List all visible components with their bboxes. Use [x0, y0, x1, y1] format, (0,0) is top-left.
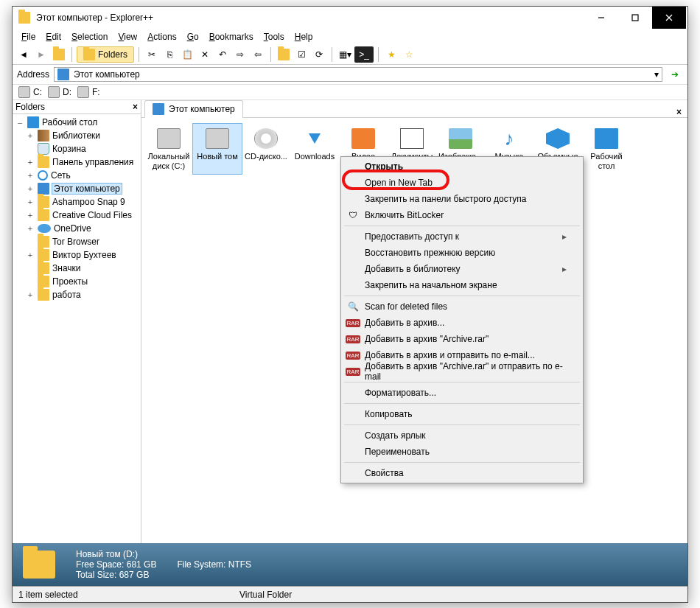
views-button[interactable]: ▦▾ [337, 46, 353, 63]
window-title: Этот компьютер - Explorer++ [36, 13, 584, 23]
folders-toggle[interactable]: Folders [77, 46, 134, 63]
context-menu-item[interactable]: Свойства [343, 465, 581, 481]
address-input[interactable]: Этот компьютер ▾ [54, 67, 662, 82]
context-menu-item[interactable]: Восстановить прежнюю версию [343, 245, 581, 261]
address-label: Address [17, 69, 49, 80]
folder-icon [23, 551, 55, 579]
status-type: Virtual Folder [239, 590, 461, 600]
new-folder-button[interactable] [276, 46, 292, 63]
context-menu-item[interactable]: Добавить в библиотеку▸ [343, 261, 581, 277]
detail-total: Total Size: 687 GB [76, 570, 156, 580]
menu-edit[interactable]: Edit [41, 30, 66, 43]
tree-item[interactable]: +Виктор Бухтеев [13, 248, 141, 262]
copy-button[interactable]: ⎘ [161, 46, 178, 63]
tree-item[interactable]: +Панель управления [13, 156, 141, 169]
tree-item[interactable]: +Этот компьютер [13, 182, 141, 195]
drive-D[interactable]: D: [48, 86, 71, 98]
menu-view[interactable]: View [113, 30, 141, 43]
bookmark-add-button[interactable]: ☆ [401, 46, 417, 63]
context-menu-item[interactable]: Открыть [343, 158, 581, 175]
tab-this-pc[interactable]: Этот компьютер [144, 100, 243, 118]
svg-rect-1 [632, 15, 638, 21]
context-menu-item[interactable]: Копировать [343, 406, 581, 422]
app-icon [18, 12, 30, 24]
tree-item[interactable]: –Рабочий стол [13, 116, 141, 129]
tree-item[interactable]: Tor Browser [13, 235, 141, 248]
undo-button[interactable]: ↶ [214, 46, 231, 63]
context-menu-item[interactable]: Предоставить доступ к▸ [343, 228, 581, 245]
tree-item[interactable]: +OneDrive [13, 222, 141, 235]
dropdown-icon[interactable]: ▾ [654, 69, 659, 80]
tree-item[interactable]: Проекты [13, 275, 141, 288]
menu-tools[interactable]: Tools [259, 30, 289, 43]
context-menu-item[interactable]: RARДобавить в архив "Archive.rar" и отпр… [343, 363, 581, 380]
details-text: Новый том (D:) Free Space: 681 GB Total … [76, 549, 156, 580]
tree-item[interactable]: +Ashampoo Snap 9 [13, 195, 141, 209]
app-window: Этот компьютер - Explorer++ FileEditSele… [12, 6, 688, 603]
tab-bar: Этот компьютер × [141, 100, 687, 118]
context-menu-item[interactable]: RARДобавить в архив... [343, 315, 581, 331]
file-item[interactable]: CD-диско... [242, 124, 290, 174]
terminal-button[interactable]: >_ [354, 46, 374, 63]
folders-label: Folders [98, 49, 127, 60]
minimize-button[interactable] [584, 7, 618, 29]
address-bar: Address Этот компьютер ▾ ➔ [13, 65, 687, 85]
tree-item[interactable]: +работа [13, 288, 141, 301]
up-button[interactable] [51, 46, 67, 63]
context-menu-item[interactable]: Переименовать [343, 444, 581, 460]
context-menu-item[interactable]: 🔍Scan for deleted files [343, 298, 581, 315]
close-button[interactable] [652, 7, 686, 29]
context-menu-item[interactable]: Форматировать... [343, 385, 581, 401]
drive-F[interactable]: F: [77, 86, 100, 98]
forward-button[interactable]: ► [33, 46, 49, 63]
context-menu-item[interactable]: Создать ярлык [343, 427, 581, 444]
context-menu-item[interactable]: Закрепить на начальном экране [343, 277, 581, 293]
delete-button[interactable]: ✕ [197, 46, 213, 63]
tree-item[interactable]: +Сеть [13, 169, 141, 182]
context-menu-item[interactable]: 🛡Включить BitLocker [343, 207, 581, 223]
file-item[interactable]: Downloads [290, 124, 339, 174]
sidebar-close-button[interactable]: × [133, 102, 138, 112]
detail-name: Новый том (D:) [76, 549, 156, 559]
status-bar: 1 item selected Virtual Folder [13, 586, 687, 602]
menu-file[interactable]: File [17, 30, 40, 43]
file-item[interactable]: Рабочий стол [582, 124, 631, 174]
tree-item[interactable]: Значки [13, 262, 141, 275]
folder-tree[interactable]: –Рабочий стол+БиблиотекиКорзина+Панель у… [13, 114, 141, 543]
context-menu-item[interactable]: Open in New Tab [343, 175, 581, 191]
context-menu-item[interactable]: Закрепить на панели быстрого доступа [343, 191, 581, 207]
paste-button[interactable]: 📋 [179, 46, 195, 63]
file-item[interactable]: Новый том [193, 124, 242, 174]
tab-label: Этот компьютер [169, 104, 235, 114]
titlebar[interactable]: Этот компьютер - Explorer++ [13, 7, 687, 29]
sidebar-header: Folders × [13, 100, 141, 114]
maximize-button[interactable] [618, 7, 652, 29]
properties-button[interactable]: ☑ [293, 46, 309, 63]
tree-item[interactable]: +Creative Cloud Files [13, 209, 141, 222]
back-button[interactable]: ◄ [15, 46, 32, 63]
bookmark-button[interactable]: ★ [383, 46, 399, 63]
menu-actions[interactable]: Actions [143, 30, 181, 43]
file-view[interactable]: Локальный диск (C:)Новый томCD-диско...D… [141, 118, 687, 543]
drive-bar: C:D:F: [13, 85, 687, 100]
menu-bookmarks[interactable]: Bookmarks [205, 30, 258, 43]
cut-button[interactable]: ✂ [144, 46, 160, 63]
move-to-button[interactable]: ⇦ [250, 46, 266, 63]
tab-close-button[interactable]: × [671, 107, 687, 117]
detail-filesystem: File System: NTFS [177, 559, 251, 570]
file-item[interactable]: Локальный диск (C:) [144, 124, 193, 174]
computer-icon [153, 103, 164, 115]
refresh-button[interactable]: ⟳ [311, 46, 327, 63]
context-menu: ОткрытьOpen in New TabЗакрепить на панел… [340, 156, 584, 483]
menu-help[interactable]: Help [290, 30, 318, 43]
tree-item[interactable]: Корзина [13, 142, 141, 156]
menu-selection[interactable]: Selection [67, 30, 112, 43]
address-text: Этот компьютер [74, 69, 140, 80]
context-menu-item[interactable]: RARДобавить в архив "Archive.rar" [343, 331, 581, 347]
drive-C[interactable]: C: [18, 86, 42, 98]
menu-go[interactable]: Go [183, 30, 203, 43]
go-button[interactable]: ➔ [667, 66, 683, 83]
copy-to-button[interactable]: ⇨ [232, 46, 248, 63]
detail-free: Free Space: 681 GB [76, 559, 156, 570]
tree-item[interactable]: +Библиотеки [13, 129, 141, 142]
